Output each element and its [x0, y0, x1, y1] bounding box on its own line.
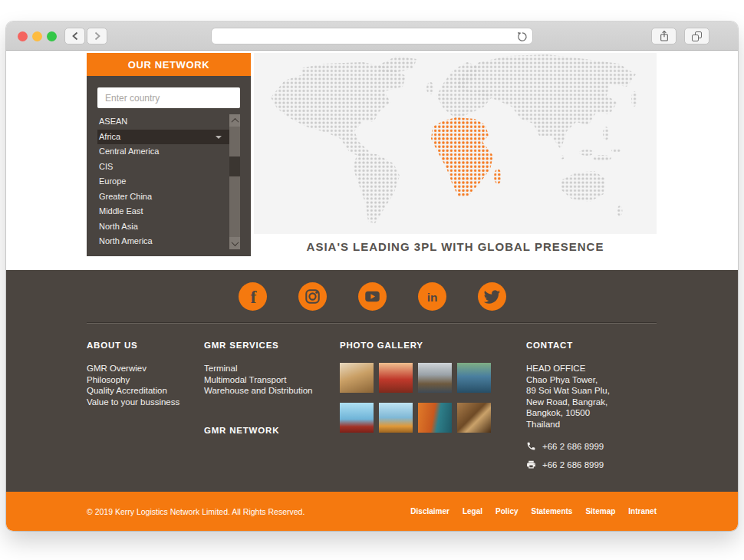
contact-heading: CONTACT	[526, 341, 664, 350]
about-link-overview[interactable]: GMR Overwiev	[87, 363, 198, 374]
world-map-svg	[254, 53, 657, 234]
instagram-button[interactable]	[298, 282, 327, 311]
services-link-multimodal[interactable]: Multimodal Transport	[204, 374, 334, 386]
services-link-terminal[interactable]: Terminal	[204, 363, 334, 374]
africa-region[interactable]	[431, 117, 502, 197]
page-content: OUR NETWORK ASEAN Africa Central America…	[6, 51, 738, 531]
fax-row: +66 2 686 8999	[526, 460, 664, 469]
social-links: f i	[6, 282, 738, 311]
svg-text:f: f	[250, 287, 257, 307]
bottom-bar: © 2019 Kerry Logistics Network Limited. …	[6, 492, 738, 531]
fax-icon	[526, 460, 536, 469]
footer-services-column: GMR SERVICES Terminal Multimodal Transpo…	[204, 341, 334, 435]
fax-number: +66 2 686 8999	[542, 460, 604, 469]
linkedin-button[interactable]: in	[418, 282, 446, 311]
address-input[interactable]	[218, 28, 514, 44]
youtube-button[interactable]	[358, 282, 387, 311]
network-heading[interactable]: GMR NETWORK	[204, 426, 334, 435]
services-heading: GMR SERVICES	[204, 341, 334, 350]
address-bar[interactable]	[211, 28, 533, 44]
footer-about-column: ABOUT US GMR Overwiev Philosophy Quality…	[87, 341, 198, 407]
region-option-north-asia[interactable]: North Asia	[97, 219, 229, 235]
share-button[interactable]	[651, 28, 677, 44]
photo-gallery	[340, 363, 493, 433]
forward-button[interactable]	[87, 28, 107, 44]
address-line: New Road, Bangrak,	[526, 397, 664, 408]
chevron-down-icon	[216, 136, 222, 139]
facebook-button[interactable]: f	[239, 282, 267, 311]
reload-button[interactable]	[516, 31, 528, 43]
reload-icon	[516, 31, 528, 43]
about-heading: ABOUT US	[87, 341, 198, 350]
region-option-europe[interactable]: Europe	[97, 174, 229, 189]
legal-links: Disclaimer Legal Policy Statements Sitem…	[410, 507, 657, 516]
phone-number: +66 2 686 8999	[542, 442, 604, 451]
address-line: Chao Phya Tower,	[526, 374, 664, 386]
link-intranet[interactable]: Intranet	[628, 507, 657, 516]
zoom-icon[interactable]	[47, 31, 57, 41]
region-option-central-america[interactable]: Central America	[97, 144, 229, 160]
gallery-photo[interactable]	[457, 403, 491, 433]
link-legal[interactable]: Legal	[463, 507, 482, 516]
copyright-text: © 2019 Kerry Logistics Network Limited. …	[87, 507, 305, 516]
traffic-lights	[18, 31, 57, 41]
region-option-middle-east[interactable]: Middle East	[97, 204, 229, 219]
instagram-icon	[298, 282, 327, 311]
services-link-warehouse[interactable]: Warehouse and Distribution	[204, 385, 334, 397]
region-option-label: Africa	[99, 132, 120, 141]
region-option-cis[interactable]: CIS	[97, 160, 229, 175]
scroll-down-button[interactable]	[229, 237, 240, 249]
world-map[interactable]	[254, 53, 657, 234]
minimize-icon[interactable]	[32, 31, 42, 41]
address-line: Bangkok, 10500	[526, 407, 664, 419]
svg-text:in: in	[426, 291, 437, 304]
tagline: ASIA'S LEADING 3PL WITH GLOBAL PRESENCE	[254, 240, 657, 253]
address-line: 89 Soi Wat Suan Plu,	[526, 385, 664, 397]
link-policy[interactable]: Policy	[495, 507, 518, 516]
linkedin-icon: in	[418, 282, 446, 311]
address-line: Thailand	[526, 419, 664, 430]
browser-toolbar	[6, 21, 738, 51]
phone-row: +66 2 686 8999	[526, 441, 664, 451]
region-option-africa[interactable]: Africa	[97, 130, 229, 145]
gallery-photo[interactable]	[379, 403, 413, 433]
twitter-button[interactable]	[478, 282, 506, 311]
panel-body: ASEAN Africa Central America CIS Europe …	[87, 76, 251, 256]
about-link-value[interactable]: Value to your bussiness	[87, 397, 198, 408]
our-network-panel: OUR NETWORK ASEAN Africa Central America…	[87, 53, 251, 256]
about-link-philosophy[interactable]: Philosophy	[87, 374, 198, 386]
head-office-label: HEAD OFFICE	[526, 363, 664, 374]
browser-window: OUR NETWORK ASEAN Africa Central America…	[6, 21, 738, 531]
gallery-photo[interactable]	[379, 363, 413, 393]
chevron-down-icon	[231, 239, 239, 246]
gallery-heading: PHOTO GALLERY	[340, 341, 493, 350]
region-option-north-america[interactable]: North America	[97, 234, 229, 249]
link-sitemap[interactable]: Sitemap	[585, 507, 615, 516]
about-link-quality[interactable]: Quality Accreditation	[87, 385, 198, 397]
back-icon	[71, 31, 79, 41]
gallery-photo[interactable]	[340, 403, 374, 433]
tabs-icon	[692, 31, 702, 41]
tabs-button[interactable]	[684, 28, 709, 44]
gallery-photo[interactable]	[457, 363, 491, 393]
gallery-photo[interactable]	[418, 363, 452, 393]
panel-title: OUR NETWORK	[87, 53, 251, 76]
scrollbar[interactable]	[229, 114, 240, 249]
scrollbar-thumb[interactable]	[229, 156, 240, 176]
region-option-greater-china[interactable]: Greater China	[97, 189, 229, 205]
footer-divider	[87, 322, 657, 324]
close-icon[interactable]	[18, 31, 28, 41]
scroll-up-button[interactable]	[229, 114, 240, 127]
facebook-icon: f	[239, 282, 267, 311]
footer: f i	[6, 270, 738, 492]
twitter-icon	[478, 282, 506, 311]
gallery-photo[interactable]	[418, 403, 452, 433]
link-disclaimer[interactable]: Disclaimer	[410, 507, 449, 516]
region-list: ASEAN Africa Central America CIS Europe …	[97, 114, 240, 249]
country-search-input[interactable]	[97, 87, 240, 108]
link-statements[interactable]: Statements	[532, 507, 573, 516]
back-button[interactable]	[64, 28, 85, 44]
footer-contact-column: CONTACT HEAD OFFICE Chao Phya Tower, 89 …	[526, 341, 664, 469]
gallery-photo[interactable]	[340, 363, 374, 393]
region-option-asean[interactable]: ASEAN	[97, 114, 229, 130]
